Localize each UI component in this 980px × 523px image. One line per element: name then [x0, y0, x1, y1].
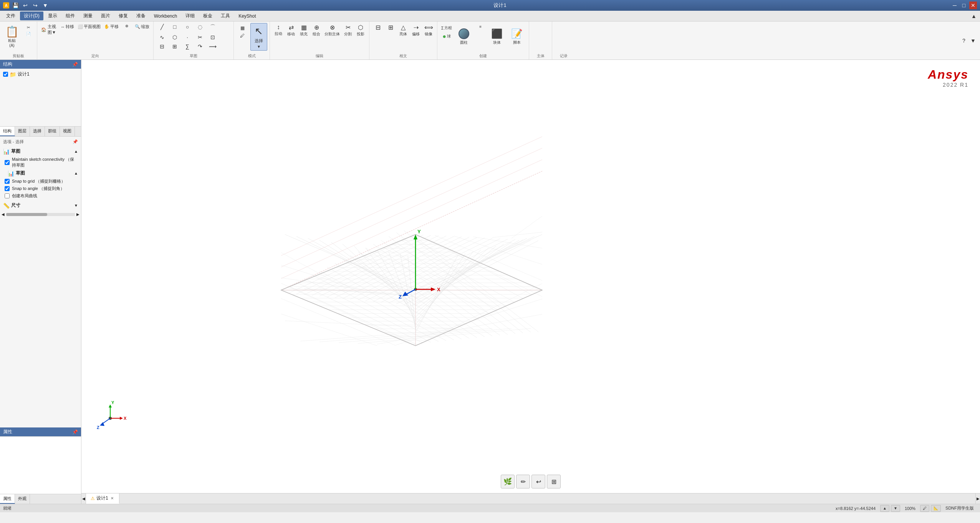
menu-design[interactable]: 设计(D) [20, 12, 43, 20]
ribbon-btn-script[interactable]: 📝 脚本 [507, 23, 526, 51]
ribbon-btn-combine[interactable]: ⊕ 组合 [310, 23, 323, 38]
ribbon-btn-homeview[interactable]: 🏠主视图▼ [40, 23, 59, 36]
ribbon-btn-arc[interactable]: ◌ [194, 23, 206, 31]
ribbon-expand[interactable]: ▼ [969, 37, 977, 45]
menu-detail[interactable]: 详细 [182, 12, 199, 20]
viewport-tab-close[interactable]: ✕ [110, 496, 114, 500]
ribbon-btn-paste[interactable]: 📋 粘贴 (A) [2, 23, 22, 51]
ribbon-btn-fill[interactable]: ▦ 填充 [298, 23, 310, 38]
menu-workbench[interactable]: Workbench [150, 12, 181, 20]
ribbon-btn-construct[interactable]: ⟿ [207, 43, 219, 50]
quick-access-more[interactable]: ▼ [41, 2, 49, 9]
menu-display[interactable]: 显示 [44, 12, 61, 20]
ribbon-btn-offset2[interactable]: ⇢ 偏移 [410, 23, 422, 38]
tab-appearance[interactable]: 外观 [15, 494, 30, 504]
ribbon-btn-mirror2[interactable]: ⟺ 镜像 [422, 23, 435, 38]
menu-patch[interactable]: 面片 [97, 12, 114, 20]
tab-views[interactable]: 视图 [60, 127, 75, 136]
tree-item-design1[interactable]: 📁 设计1 [2, 70, 79, 78]
restore-button[interactable]: □ [960, 2, 968, 9]
ribbon-btn-polygon[interactable]: ⬡ [169, 33, 181, 41]
horizontal-scrollbar[interactable] [6, 213, 75, 216]
sketch-section-header[interactable]: 📊 草图 ▲ [2, 147, 79, 156]
ribbon-btn-sphere[interactable]: ●球 [440, 32, 454, 41]
ribbon-collapse[interactable]: ▲ [970, 12, 978, 20]
ribbon-btn-constraint[interactable]: ∑ [181, 43, 194, 50]
design1-checkbox[interactable] [3, 72, 8, 77]
ribbon-btn-cut[interactable]: ✂ [22, 25, 35, 30]
vp-btn-grid[interactable]: ⊞ [547, 475, 561, 488]
ribbon-btn-split[interactable]: ✂ 分割 [342, 23, 354, 38]
menu-tools[interactable]: 工具 [217, 12, 234, 20]
ribbon-btn-mode2[interactable]: 🖊 [236, 32, 248, 39]
maintain-connectivity-checkbox[interactable] [5, 160, 10, 165]
ribbon-btn-block[interactable]: ⬛ 块体 [487, 23, 507, 51]
ribbon-btn-zoom-more[interactable]: ⊕ [121, 23, 133, 29]
ribbon-btn-zoom[interactable]: 🔍缩放 [133, 23, 151, 30]
dimension-section-header[interactable]: 📏 尺寸 ▼ [2, 201, 79, 210]
menu-sheetmetal[interactable]: 板金 [199, 12, 216, 20]
tab-structure[interactable]: 结构 [0, 127, 15, 136]
viewport-tab-design1[interactable]: ⚠ 设计1 ✕ [86, 493, 119, 504]
quick-access-save[interactable]: 💾 [12, 2, 19, 9]
ribbon-btn-pull[interactable]: ↕ 拉动 [272, 23, 285, 37]
minimize-button[interactable]: ─ [951, 2, 958, 9]
tab-properties[interactable]: 属性 [0, 494, 15, 504]
ribbon-btn-point[interactable]: · [181, 33, 194, 41]
quick-access-undo[interactable]: ↩ [22, 2, 29, 9]
vp-btn-undo[interactable]: ↩ [531, 475, 545, 488]
ribbon-btn-splitbody[interactable]: ⊗ 分割主体 [323, 23, 341, 38]
ribbon-btn-line[interactable]: ╱ [156, 23, 168, 31]
scroll-left-btn[interactable]: ◀ [2, 212, 5, 216]
ribbon-btn-mirror[interactable]: ⊟ [156, 43, 168, 50]
status-mode2[interactable]: 📐 [931, 505, 941, 512]
ribbon-btn-mode1[interactable]: ▦ [236, 25, 248, 31]
ribbon-btn-copy[interactable]: 📄 [22, 31, 35, 37]
status-mode1[interactable]: 🖊 [920, 505, 929, 512]
close-button[interactable]: ✕ [969, 2, 977, 9]
scroll-right-btn[interactable]: ▶ [76, 212, 79, 216]
menu-repair[interactable]: 修复 [115, 12, 132, 20]
ribbon-btn-subtract[interactable]: ⊟ [372, 23, 384, 32]
menu-measure[interactable]: 测量 [79, 12, 96, 20]
create-layout-checkbox[interactable] [5, 193, 10, 198]
vp-btn-green[interactable]: 🌿 [501, 475, 515, 488]
snap-angle-checkbox[interactable] [5, 186, 10, 191]
ribbon-btn-equation[interactable]: Σ方程 [440, 25, 454, 31]
ribbon-btn-trim[interactable]: ✂ [194, 33, 206, 41]
ribbon-btn-rect[interactable]: □ [169, 23, 181, 31]
ribbon-help[interactable]: ? [960, 37, 968, 45]
ribbon-btn-cylinder[interactable]: 圆柱 [454, 23, 473, 51]
menu-prepare[interactable]: 准备 [132, 12, 149, 20]
structure-pin[interactable]: 📌 [72, 62, 78, 67]
viewport[interactable]: Y X Z Ansys 2022 R1 [81, 60, 980, 504]
ribbon-btn-move[interactable]: ⇄ 移动 [285, 23, 297, 38]
ribbon-btn-add[interactable]: ⊞ [384, 23, 397, 32]
ribbon-btn-planview[interactable]: ⬜平面视图 [76, 23, 102, 30]
ribbon-btn-circle[interactable]: ○ [181, 23, 194, 31]
viewport-tab-scroll-right[interactable]: ▶ [975, 493, 980, 504]
ribbon-btn-solid[interactable]: △ 亮体 [397, 23, 409, 38]
ribbon-btn-transfer[interactable]: ↔转移 [59, 23, 76, 30]
ribbon-btn-spline[interactable]: ∿ [156, 33, 168, 41]
snap-grid-checkbox[interactable] [5, 179, 10, 184]
tab-layers[interactable]: 图层 [15, 127, 30, 136]
menu-component[interactable]: 组件 [62, 12, 79, 20]
quick-access-redo[interactable]: ↪ [31, 2, 39, 9]
viewport-tab-scroll-left[interactable]: ◀ [81, 493, 86, 504]
properties-pin[interactable]: 📌 [72, 429, 78, 435]
tab-groups[interactable]: 群组 [45, 127, 60, 136]
ribbon-btn-offset[interactable]: ⊡ [207, 33, 219, 41]
tab-selection[interactable]: 选择 [30, 127, 45, 136]
menu-file[interactable]: 文件 [2, 12, 19, 20]
ribbon-btn-project[interactable]: ↷ [194, 43, 206, 50]
ribbon-btn-select[interactable]: ↖ 选择 ▼ [250, 23, 267, 51]
status-up-btn[interactable]: ▲ [880, 505, 889, 512]
status-down-btn[interactable]: ▼ [891, 505, 900, 512]
ribbon-btn-bezier[interactable]: ⌒ [207, 23, 219, 31]
ribbon-btn-project2[interactable]: ⬡ 投影 [354, 23, 367, 38]
ribbon-btn-pan[interactable]: ✋平移 [103, 23, 120, 30]
options-pin[interactable]: 📌 [73, 139, 78, 144]
ribbon-btn-dimension[interactable]: ⊞ [169, 43, 181, 50]
menu-keyshot[interactable]: KeyShot [235, 12, 260, 20]
